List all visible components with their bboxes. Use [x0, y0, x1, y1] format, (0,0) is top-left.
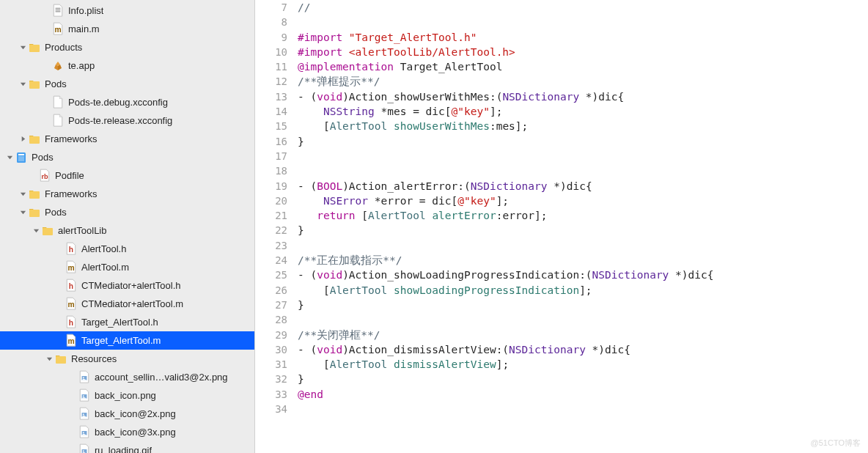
- disclosure-triangle: [54, 281, 65, 291]
- disclosure-triangle: [67, 372, 78, 383]
- tree-row[interactable]: account_sellin…valid3@2x.png: [0, 368, 254, 386]
- disclosure-triangle: [41, 6, 51, 16]
- tree-item-label: Frameworks: [45, 188, 98, 199]
- disclosure-triangle: [41, 24, 51, 34]
- code-line[interactable]: @end: [298, 387, 868, 402]
- disclosure-triangle[interactable]: [4, 152, 15, 163]
- disclosure-triangle[interactable]: [18, 189, 28, 199]
- code-line[interactable]: /**正在加载指示**/: [298, 253, 868, 268]
- tree-row[interactable]: mmain.m: [0, 20, 254, 38]
- disclosure-triangle[interactable]: [18, 207, 28, 218]
- code-line[interactable]: return [AlertTool alertError:error];: [298, 208, 868, 223]
- tree-row[interactable]: Products: [0, 38, 254, 56]
- tree-item-label: Pods: [45, 78, 67, 89]
- h-icon: h: [65, 280, 77, 292]
- disclosure-triangle[interactable]: [18, 43, 28, 53]
- line-number: 22: [255, 223, 287, 237]
- line-number: 32: [255, 372, 287, 386]
- tree-item-label: back_icon.png: [95, 390, 156, 401]
- disclosure-triangle[interactable]: [18, 134, 28, 144]
- tree-row[interactable]: ru_loading.gif: [0, 441, 254, 453]
- tree-row[interactable]: Resources: [0, 350, 254, 368]
- code-line[interactable]: }: [298, 298, 868, 312]
- tree-row[interactable]: te.app: [0, 56, 254, 75]
- folder-icon: [29, 188, 40, 200]
- svg-rect-5: [29, 81, 40, 89]
- m-icon: m: [65, 335, 77, 347]
- tree-row[interactable]: mTarget_AlertTool.m: [0, 331, 254, 350]
- svg-rect-4: [29, 45, 40, 52]
- code-line[interactable]: //: [298, 0, 868, 15]
- line-number: 16: [255, 134, 287, 149]
- tree-row[interactable]: hCTMediator+alertTool.h: [0, 276, 254, 295]
- code-line[interactable]: [298, 149, 868, 163]
- code-line[interactable]: [298, 15, 868, 29]
- tree-row[interactable]: rbPodfile: [0, 166, 254, 185]
- code-line[interactable]: }: [298, 134, 868, 149]
- code-line[interactable]: [AlertTool dismissAlertView];: [298, 357, 868, 372]
- disclosure-triangle: [54, 317, 65, 328]
- code-line[interactable]: [AlertTool showLoadingProgressIndication…: [298, 283, 868, 298]
- code-line[interactable]: - (void)Action_showLoadingProgressIndica…: [298, 268, 868, 282]
- tree-row[interactable]: back_icon.png: [0, 386, 254, 405]
- tree-row[interactable]: Frameworks: [0, 130, 254, 148]
- code-line[interactable]: @implementation Target_AlertTool: [298, 59, 868, 74]
- code-editor[interactable]: 7891011121314151617181920212223242526272…: [255, 0, 868, 453]
- code-line[interactable]: - (BOOL)Action_alertError:(NSDictionary …: [298, 179, 868, 194]
- line-number: 18: [255, 163, 287, 178]
- line-number: 34: [255, 402, 287, 416]
- tree-row[interactable]: hTarget_AlertTool.h: [0, 313, 254, 331]
- tree-row[interactable]: Pods: [0, 148, 254, 166]
- code-line[interactable]: [298, 402, 868, 416]
- code-line[interactable]: [298, 312, 868, 327]
- tree-row[interactable]: Frameworks: [0, 185, 254, 203]
- code-line[interactable]: [298, 238, 868, 253]
- tree-row[interactable]: alertToolLib: [0, 221, 254, 240]
- disclosure-triangle: [54, 299, 65, 309]
- line-number: 21: [255, 208, 287, 223]
- disclosure-triangle[interactable]: [31, 226, 41, 236]
- tree-row[interactable]: mCTMediator+alertTool.m: [0, 295, 254, 313]
- tree-row[interactable]: Pods: [0, 75, 254, 93]
- folder-icon: [55, 353, 67, 365]
- code-area[interactable]: // #import "Target_AlertTool.h"#import <…: [298, 0, 868, 453]
- disclosure-triangle[interactable]: [44, 354, 54, 364]
- line-number: 14: [255, 104, 287, 119]
- tree-row[interactable]: back_icon@3x.png: [0, 423, 254, 441]
- svg-rect-12: [29, 210, 40, 217]
- disclosure-triangle[interactable]: [18, 79, 28, 89]
- png-icon: [78, 408, 90, 420]
- code-line[interactable]: [AlertTool showUserWithMes:mes];: [298, 119, 868, 133]
- svg-text:m: m: [67, 264, 74, 272]
- disclosure-triangle: [41, 61, 51, 71]
- code-line[interactable]: - (void)Action_dismissAlertView:(NSDicti…: [298, 342, 868, 357]
- tree-row[interactable]: back_icon@2x.png: [0, 405, 254, 423]
- tree-row[interactable]: mAlertTool.m: [0, 258, 254, 276]
- line-number: 10: [255, 45, 287, 59]
- project-navigator[interactable]: Info.plistmmain.mProductste.appPodsPods-…: [0, 0, 255, 453]
- code-line[interactable]: /**弹框提示**/: [298, 74, 868, 89]
- code-line[interactable]: [298, 163, 868, 178]
- doc-icon: [52, 115, 64, 127]
- code-line[interactable]: /**关闭弹框**/: [298, 328, 868, 342]
- tree-row[interactable]: Pods: [0, 203, 254, 221]
- tree-row[interactable]: hAlertTool.h: [0, 240, 254, 258]
- svg-text:m: m: [67, 337, 74, 345]
- code-line[interactable]: - (void)Action_showUserWithMes:(NSDictio…: [298, 89, 868, 104]
- tree-row[interactable]: Pods-te.release.xcconfig: [0, 111, 254, 130]
- tree-item-label: Podfile: [55, 170, 84, 181]
- line-number: 13: [255, 89, 287, 104]
- code-line[interactable]: NSString *mes = dic[@"key"];: [298, 104, 868, 119]
- line-number: 19: [255, 179, 287, 194]
- code-line[interactable]: }: [298, 223, 868, 237]
- code-line[interactable]: #import <alertToolLib/AlertTool.h>: [298, 45, 868, 59]
- folder-icon: [29, 133, 40, 145]
- tree-row[interactable]: Pods-te.debug.xcconfig: [0, 93, 254, 111]
- code-line[interactable]: #import "Target_AlertTool.h": [298, 30, 868, 45]
- disclosure-triangle: [67, 391, 78, 401]
- code-line[interactable]: NSError *error = dic[@"key"];: [298, 194, 868, 208]
- code-line[interactable]: }: [298, 372, 868, 386]
- h-icon: h: [65, 243, 77, 255]
- watermark: @51CTO博客: [811, 438, 861, 449]
- tree-row[interactable]: Info.plist: [0, 1, 254, 20]
